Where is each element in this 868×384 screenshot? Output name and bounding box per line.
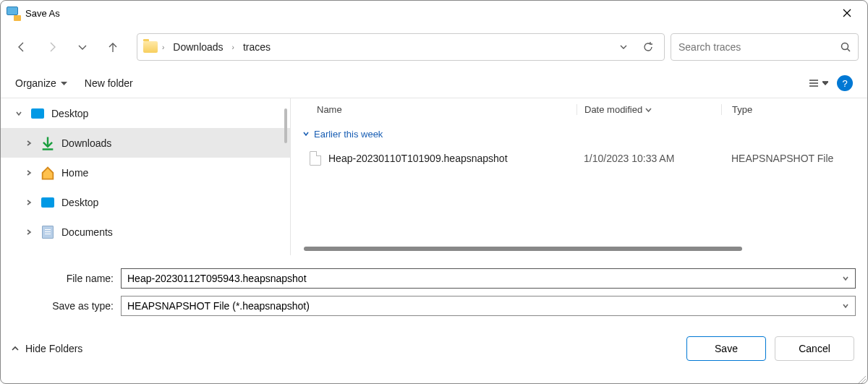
up-button[interactable] [101,35,125,59]
search-input[interactable] [678,41,841,53]
breadcrumb-segment[interactable]: Downloads [169,38,227,56]
window-title: Save As [25,8,60,19]
cancel-button[interactable]: Cancel [775,336,854,361]
view-options-button[interactable] [808,77,828,89]
filename-label: File name: [12,273,121,284]
address-dropdown[interactable] [613,42,634,52]
svg-point-3 [842,43,848,50]
file-type: HEAPSNAPSHOT File [721,153,867,164]
file-pane: Name Date modified Type Earlier this wee… [290,98,867,255]
new-folder-button[interactable]: New folder [85,77,133,89]
savetype-select[interactable]: HEAPSNAPSHOT File (*.heapsnapshot) [121,296,856,316]
close-button[interactable] [833,2,861,24]
chevron-down-icon [842,302,849,310]
chevron-down-icon [302,130,310,137]
chevron-right-icon [25,140,33,147]
horizontal-scrollbar[interactable] [304,247,838,251]
search-box[interactable] [671,33,859,61]
file-group-header[interactable]: Earlier this week [291,121,867,146]
chevron-down-icon [842,275,849,282]
desktop-icon [41,197,54,208]
sidebar-item-downloads[interactable]: Downloads [1,128,290,158]
sidebar: Desktop Downloads Home Desktop Documents [1,98,290,255]
download-icon [40,135,56,151]
sidebar-item-documents[interactable]: Documents [1,217,290,247]
svg-line-14 [864,382,866,383]
chevron-up-icon [11,344,20,353]
filename-input[interactable]: Heap-20230112T095943.heapsnapshot [121,268,856,289]
documents-icon [42,226,54,239]
savetype-label: Save as type: [12,300,121,312]
column-header-name[interactable]: Name [291,104,576,115]
sidebar-item-home[interactable]: Home [1,158,290,187]
recent-locations-button[interactable] [70,35,95,59]
chevron-right-icon [25,199,33,206]
chevron-right-icon [25,229,33,236]
sort-indicator-icon [645,106,652,113]
svg-marker-9 [822,82,828,85]
desktop-icon [31,108,44,119]
home-icon [40,165,56,181]
search-icon [841,42,851,52]
chevron-right-icon: › [162,43,164,51]
svg-line-4 [848,49,851,52]
help-button[interactable]: ? [837,75,853,91]
hide-folders-button[interactable]: Hide Folders [11,343,82,354]
breadcrumb-segment[interactable]: traces [239,38,275,56]
back-button[interactable] [9,35,34,59]
file-icon [310,151,321,166]
column-header-type[interactable]: Type [721,104,867,115]
resize-grip[interactable] [857,373,866,382]
refresh-button[interactable] [638,42,658,52]
app-icon [7,7,20,20]
save-button[interactable]: Save [686,336,766,361]
chevron-down-icon [15,110,22,117]
sidebar-item-desktop-2[interactable]: Desktop [1,187,290,217]
organize-button[interactable]: Organize [15,77,67,89]
chevron-down-icon [61,80,67,87]
chevron-right-icon [25,169,33,176]
folder-icon [143,41,158,53]
sidebar-scrollbar[interactable] [284,108,287,143]
file-row[interactable]: Heap-20230110T101909.heapsnapshot 1/10/2… [291,146,867,171]
address-bar[interactable]: › Downloads › traces [137,33,665,61]
forward-button[interactable] [40,35,64,59]
sidebar-item-desktop[interactable]: Desktop [1,98,290,128]
svg-marker-5 [61,82,67,85]
file-date: 1/10/2023 10:33 AM [576,153,721,164]
file-name: Heap-20230110T101909.heapsnapshot [328,153,508,164]
column-header-date[interactable]: Date modified [576,104,721,115]
chevron-down-icon [822,80,828,86]
chevron-right-icon: › [232,43,234,51]
